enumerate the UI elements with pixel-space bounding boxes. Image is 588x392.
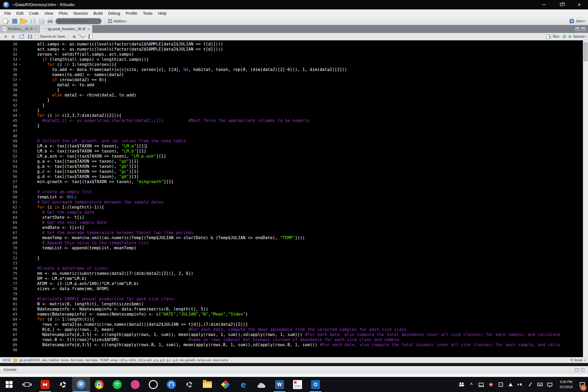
task-view-button[interactable]	[18, 377, 36, 392]
minimize-pane-icon[interactable]	[576, 28, 580, 30]
code-line[interactable]: 68 meanTemp <- mean(na.omit(as.numeric(T…	[0, 235, 588, 240]
security-badge-icon[interactable]	[486, 377, 496, 392]
code-text[interactable]: # Get the next sample date	[22, 220, 588, 225]
menu-item-debug[interactable]: Debug	[105, 10, 123, 17]
code-text[interactable]: }	[22, 123, 588, 128]
laptop-icon[interactable]	[477, 377, 486, 392]
upload-icon[interactable]	[496, 377, 505, 392]
file-type-label[interactable]: R Script	[570, 358, 582, 362]
code-text[interactable]: tempList <- NULL	[22, 194, 588, 200]
code-text[interactable]: }	[22, 98, 588, 103]
line-number[interactable]: 74	[0, 266, 17, 271]
code-text[interactable]: meanTemp <- mean(na.omit(as.numeric(Temp…	[22, 235, 588, 240]
back-button[interactable]	[2, 33, 8, 40]
rerun-button[interactable]	[561, 33, 568, 40]
code-text[interactable]: names(to.add) <- names(data2)	[22, 72, 588, 77]
line-number[interactable]: 69	[0, 240, 17, 246]
code-text[interactable]: mm <- as.numeric(substr(names(data2)[7:(…	[22, 271, 588, 276]
code-line[interactable]: 78 sizes <- data.frame(mm, AFDM)	[0, 286, 588, 291]
code-line[interactable]: 55 g.c <- tax[(tax$TAXON == taxon), "gc"…	[0, 169, 588, 174]
code-line[interactable]: 87 Ndatesampinfo[d,3:5] <- c(length(appl…	[0, 332, 588, 337]
code-text[interactable]: zeroes <- setdiff(all.samps, act.samps)	[22, 52, 588, 57]
code-line[interactable]: 83 names(Bdatesampinfo) <- names(Ndatesa…	[0, 312, 588, 317]
menu-item-build[interactable]: Build	[91, 10, 106, 17]
code-text[interactable]: act.samps <- as.numeric(levels(factor(da…	[22, 47, 588, 52]
code-text[interactable]: Bdatesampinfo <- Ndatesampinfo <- data.f…	[22, 306, 588, 312]
find-replace-button[interactable]	[71, 33, 78, 40]
console-panel-header[interactable]: Console	[0, 366, 588, 374]
line-number[interactable]: 89	[0, 342, 17, 347]
code-text[interactable]: LM.b <- tax[(tax$TAXON == taxon), "LM.b"…	[22, 148, 588, 154]
goto-file-function-input[interactable]: Go to file/function	[56, 18, 102, 24]
line-number[interactable]: 79	[0, 291, 17, 296]
menu-item-tools[interactable]: Tools	[140, 10, 155, 17]
code-line[interactable]: 86 N[d,] <- apply(rows, 2, mean) #For ea…	[0, 327, 588, 332]
code-line[interactable]: 33▾ if (length(all.samps) > length(act.s…	[0, 57, 588, 62]
code-text[interactable]: rows.B <- t(t(rows)*sizes$AFDM) #Same as…	[22, 337, 588, 342]
menu-item-plots[interactable]: Plots	[56, 10, 70, 17]
action-center-button[interactable]: 44	[578, 377, 587, 392]
code-text[interactable]: Bdatesampinfo[d,3:5] <- c(length(apply(r…	[22, 342, 588, 347]
taskbar-gear-app[interactable]	[180, 377, 198, 392]
code-line[interactable]: 75 mm <- as.numeric(substr(names(data2)[…	[0, 271, 588, 276]
code-line[interactable]: 43 }	[0, 108, 588, 113]
menu-item-code[interactable]: Code	[26, 10, 42, 17]
menu-item-edit[interactable]: Edit	[14, 10, 26, 17]
line-number[interactable]: 59	[0, 189, 17, 194]
minimize-pane-icon[interactable]	[575, 368, 578, 372]
menu-item-file[interactable]: File	[2, 10, 14, 17]
line-number[interactable]: 49	[0, 138, 17, 144]
volume-muted-icon[interactable]	[516, 377, 525, 392]
code-line[interactable]: 77 AFDM <- (1-(LM.p.ash/100))*LM.a*(mm^L…	[0, 281, 588, 286]
code-line[interactable]: 70 tempList <- append(tempList, meanTemp…	[0, 246, 588, 250]
source-button[interactable]: Source ▾	[569, 33, 586, 40]
code-text[interactable]: N <- matrix(0, length(t), length(sizes$m…	[22, 302, 588, 306]
line-number[interactable]: 38	[0, 82, 17, 88]
code-text[interactable]: # Collect the LM, growth, and cpi values…	[22, 138, 588, 144]
pen-icon[interactable]	[526, 377, 535, 392]
line-number[interactable]: 55	[0, 169, 17, 174]
line-number[interactable]: 83	[0, 312, 17, 317]
taskbar-outlook[interactable]	[306, 377, 324, 392]
line-number[interactable]: 75	[0, 271, 17, 276]
taskbar-photos[interactable]	[216, 377, 234, 392]
save-all-button[interactable]	[38, 18, 45, 24]
code-editor[interactable]: 30 all.samps <- as.numeric(levels(factor…	[0, 40, 588, 357]
line-number[interactable]: 65	[0, 220, 17, 225]
line-number[interactable]: 80	[0, 296, 17, 302]
code-line[interactable]: 64 startDate <- t[i]	[0, 215, 588, 220]
code-text[interactable]	[22, 128, 588, 133]
code-line[interactable]: 63 # Get the sample date	[0, 210, 588, 215]
code-text[interactable]	[22, 261, 588, 266]
code-text[interactable]: if (nrow(data2) == 0){	[22, 77, 588, 82]
line-number[interactable]: 52	[0, 154, 17, 159]
code-line[interactable]: 32 zeroes <- setdiff(all.samps, act.samp…	[0, 52, 588, 57]
code-line[interactable]: 35 to.add <- data.frame(matrix(c(site, z…	[0, 67, 588, 72]
line-number[interactable]: 60	[0, 194, 17, 200]
line-number[interactable]: 45	[0, 118, 17, 123]
line-number[interactable]: 81	[0, 302, 17, 306]
line-number[interactable]: 71	[0, 250, 17, 256]
code-text[interactable]: }	[22, 108, 588, 113]
line-number[interactable]: 31	[0, 47, 17, 52]
fold-arrow-icon[interactable]: ▾	[17, 113, 22, 118]
taskbar-document-app[interactable]	[288, 377, 306, 392]
code-line[interactable]: 44▾ for (i in c(2,3,7:dim(data2)[2])){	[0, 113, 588, 118]
code-line[interactable]: 40 else data2 <- rbind(data2, to.add)	[0, 92, 588, 98]
taskbar-spotify[interactable]	[108, 377, 126, 392]
code-line[interactable]: 38 data2 <- to.add	[0, 82, 588, 88]
minimize-button[interactable]	[535, 0, 553, 10]
taskbar-acrobat[interactable]	[36, 377, 54, 392]
line-number[interactable]: 56	[0, 174, 17, 179]
line-number[interactable]: 78	[0, 286, 17, 291]
code-line[interactable]: 54 g.b <- tax[(tax$TAXON == taxon), "gb"…	[0, 164, 588, 169]
code-text[interactable]: #Create a dataframe of sizes:	[22, 266, 588, 271]
fold-arrow-icon[interactable]: ▾	[17, 57, 22, 62]
code-line[interactable]: 82 Bdatesampinfo <- Ndatesampinfo <- dat…	[0, 306, 588, 312]
line-number[interactable]: 88	[0, 337, 17, 342]
code-line[interactable]: 73	[0, 261, 588, 266]
code-text[interactable]: LM.p.ash <- tax[(tax$TAXON == taxon), "L…	[22, 154, 588, 159]
tab-igr-prod-function-jk[interactable]: igr.prod_function_JK.R ×	[40, 25, 92, 33]
new-file-button[interactable]: ▾	[3, 18, 10, 24]
taskbar-ring-app[interactable]	[144, 377, 162, 392]
